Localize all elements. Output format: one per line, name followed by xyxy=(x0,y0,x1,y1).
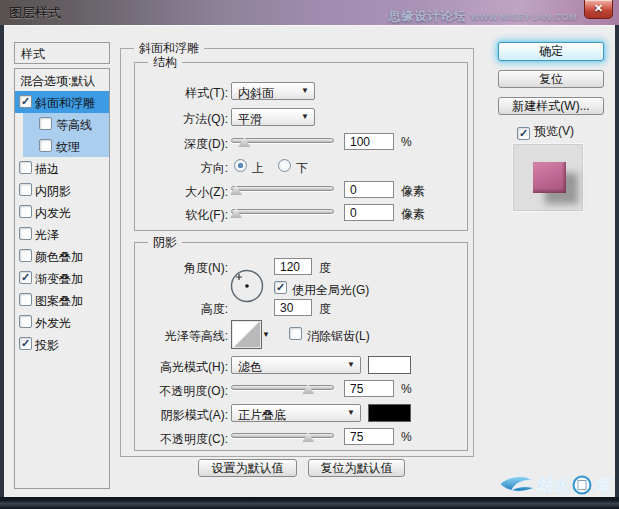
highlight-mode-label: 高光模式(H): xyxy=(135,359,228,376)
sidebar-item-contour[interactable]: 等高线 xyxy=(23,113,109,135)
highlight-opacity-slider[interactable] xyxy=(231,382,334,394)
reset-default-button[interactable]: 复位为默认值 xyxy=(308,459,405,477)
size-label: 大小(Z): xyxy=(135,184,228,201)
dialog-content: 样式 混合选项:默认 ✓ 斜面和浮雕 等高线 纹理 描边 xyxy=(4,25,615,497)
use-global-light-label: 使用全局光(G) xyxy=(292,282,369,299)
soften-value-field[interactable]: 0 xyxy=(344,204,394,221)
pattern-overlay-checkbox[interactable] xyxy=(19,293,32,306)
reset-button[interactable]: 复位 xyxy=(498,70,604,88)
altitude-unit: 度 xyxy=(319,301,331,318)
style-label: 样式(T): xyxy=(135,85,228,102)
highlight-color-swatch[interactable] xyxy=(368,356,411,374)
soften-unit: 像素 xyxy=(401,206,425,223)
shadow-opacity-unit: % xyxy=(401,430,412,444)
sidebar-item-outer-glow[interactable]: 外发光 xyxy=(15,311,109,333)
sidebar-item-stroke[interactable]: 描边 xyxy=(15,157,109,179)
set-default-button[interactable]: 设置为默认值 xyxy=(198,459,297,477)
logo-picture-icon xyxy=(578,481,586,490)
ok-button[interactable]: 确定 xyxy=(498,42,604,61)
use-global-light-checkbox[interactable]: ✓ xyxy=(274,281,287,294)
highlight-mode-select[interactable]: 滤色 ▼ xyxy=(231,356,361,374)
direction-up-radio[interactable] xyxy=(234,159,247,172)
sidebar-item-texture[interactable]: 纹理 xyxy=(23,135,109,157)
shadow-mode-select[interactable]: 正片叠底 ▼ xyxy=(231,404,361,422)
direction-down-radio[interactable] xyxy=(278,159,291,172)
satin-checkbox[interactable] xyxy=(19,227,32,240)
preview-toggle-row: ✓预览(V) xyxy=(517,121,574,140)
color-overlay-checkbox[interactable] xyxy=(19,249,32,262)
highlight-opacity-field[interactable]: 75 xyxy=(344,380,394,397)
style-preview-box xyxy=(512,143,584,212)
technique-select[interactable]: 平滑 ▼ xyxy=(231,108,315,126)
sidebar-item-color-overlay[interactable]: 颜色叠加 xyxy=(15,245,109,267)
chevron-down-icon: ▼ xyxy=(347,408,355,417)
shadow-opacity-slider[interactable] xyxy=(231,430,334,442)
shadow-opacity-field[interactable]: 75 xyxy=(344,428,394,445)
anti-aliased-label: 消除锯齿(L) xyxy=(307,328,370,345)
sidebar-item-satin[interactable]: 光泽 xyxy=(15,223,109,245)
sidebar-item-blending-options[interactable]: 混合选项:默认 xyxy=(15,69,109,91)
gloss-contour-picker[interactable]: ▼ xyxy=(231,320,274,349)
sidebar-item-inner-shadow[interactable]: 内阴影 xyxy=(15,179,109,201)
texture-checkbox[interactable] xyxy=(39,139,52,152)
structure-group: 结构 样式(T): 内斜面 ▼ 方法(Q): 平滑 ▼ 深度(D): 100 % xyxy=(134,62,468,231)
soften-slider[interactable] xyxy=(231,206,334,218)
watermark-url: WWW.MISSYUAN.COM xyxy=(471,12,577,22)
chevron-down-icon: ▼ xyxy=(347,360,355,369)
logo-text-left: 站长 xyxy=(535,476,571,495)
highlight-opacity-label: 不透明度(O): xyxy=(135,383,228,400)
depth-value-field[interactable]: 100 xyxy=(344,133,394,150)
technique-label: 方法(Q): xyxy=(135,111,228,128)
direction-up-label: 上 xyxy=(252,160,264,177)
new-style-button[interactable]: 新建样式(W)... xyxy=(498,97,604,115)
styles-list: 混合选项:默认 ✓ 斜面和浮雕 等高线 纹理 描边 内阴影 xyxy=(14,68,110,489)
sidebar-item-inner-glow[interactable]: 内发光 xyxy=(15,201,109,223)
altitude-value-field[interactable]: 30 xyxy=(274,299,312,316)
title-bar: 图层样式 思缘设计论坛 WWW.MISSYUAN.COM ✕ xyxy=(0,0,619,25)
chevron-down-icon: ▼ xyxy=(301,86,309,95)
preview-label: 预览(V) xyxy=(534,124,574,138)
gloss-contour-thumbnail xyxy=(231,320,262,349)
anti-aliased-checkbox[interactable] xyxy=(289,327,302,340)
outer-glow-checkbox[interactable] xyxy=(19,315,32,328)
inner-glow-checkbox[interactable] xyxy=(19,205,32,218)
sidebar-item-bevel-emboss[interactable]: ✓ 斜面和浮雕 xyxy=(15,91,109,113)
logo-swoosh-icon xyxy=(500,477,534,492)
contour-checkbox[interactable] xyxy=(39,117,52,130)
depth-slider[interactable] xyxy=(231,135,334,147)
soften-label: 软化(F): xyxy=(135,207,228,224)
chevron-down-icon: ▼ xyxy=(262,330,270,339)
depth-unit: % xyxy=(401,135,412,149)
bevel-emboss-panel: 斜面和浮雕 结构 样式(T): 内斜面 ▼ 方法(Q): 平滑 ▼ 深度(D): xyxy=(120,48,474,457)
styles-list-header: 样式 xyxy=(14,42,110,64)
direction-label: 方向: xyxy=(135,160,228,177)
chevron-down-icon: ▼ xyxy=(301,112,309,121)
style-select[interactable]: 内斜面 ▼ xyxy=(231,82,315,100)
size-unit: 像素 xyxy=(401,183,425,200)
angle-value-field[interactable]: 120 xyxy=(274,258,312,275)
inner-shadow-checkbox[interactable] xyxy=(19,183,32,196)
size-value-field[interactable]: 0 xyxy=(344,181,394,198)
close-button[interactable]: ✕ xyxy=(584,0,613,19)
shadow-opacity-label: 不透明度(C): xyxy=(135,431,228,448)
stroke-checkbox[interactable] xyxy=(19,161,32,174)
logo-text-right: 库 xyxy=(592,476,613,495)
gradient-overlay-checkbox[interactable]: ✓ xyxy=(19,271,32,284)
angle-unit: 度 xyxy=(319,260,331,277)
watermark-top: 思缘设计论坛 WWW.MISSYUAN.COM xyxy=(389,6,577,25)
shading-legend: 阴影 xyxy=(148,234,182,251)
shadow-color-swatch[interactable] xyxy=(368,404,411,422)
preview-checkbox[interactable]: ✓ xyxy=(517,127,530,140)
style-preview-swatch xyxy=(533,162,566,193)
altitude-label: 高度: xyxy=(135,301,228,318)
size-slider[interactable] xyxy=(231,183,334,195)
angle-dial[interactable] xyxy=(229,268,265,304)
watermark-forum-name: 思缘设计论坛 xyxy=(389,9,467,23)
bevel-emboss-checkbox[interactable]: ✓ xyxy=(19,95,32,108)
window-title: 图层样式 xyxy=(9,4,61,22)
sidebar-item-drop-shadow[interactable]: ✓ 投影 xyxy=(15,333,109,355)
sidebar-item-gradient-overlay[interactable]: ✓ 渐变叠加 xyxy=(15,267,109,289)
layer-style-dialog: 图层样式 思缘设计论坛 WWW.MISSYUAN.COM ✕ 样式 混合选项:默… xyxy=(0,0,619,509)
sidebar-item-pattern-overlay[interactable]: 图案叠加 xyxy=(15,289,109,311)
drop-shadow-checkbox[interactable]: ✓ xyxy=(19,337,32,350)
